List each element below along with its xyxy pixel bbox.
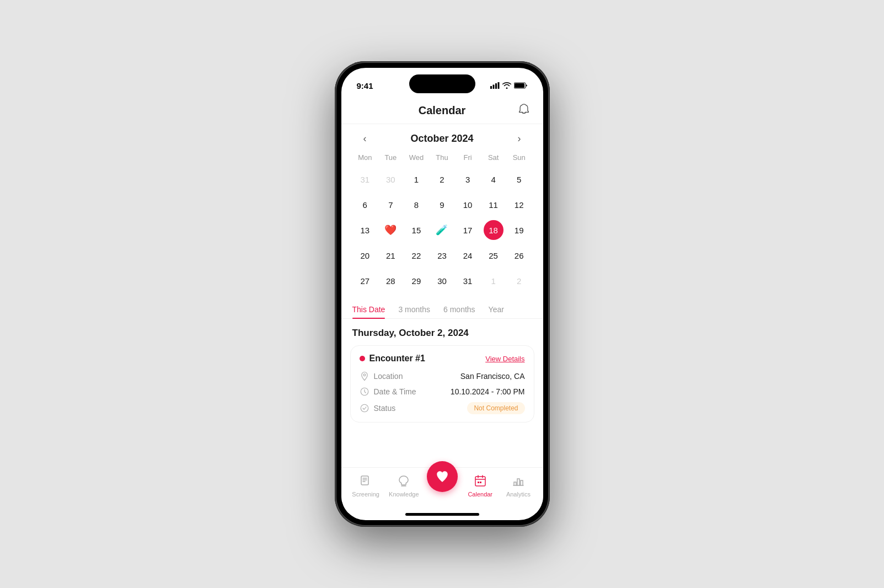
cal-day[interactable]: 10 — [455, 194, 481, 216]
flask-event-icon: 🧪 — [436, 224, 448, 236]
nav-center — [423, 461, 461, 498]
day-header-mon: Mon — [352, 151, 378, 164]
knowledge-nav-icon — [396, 473, 411, 489]
heart-nav-icon — [435, 469, 449, 484]
calendar-month-label: October 2024 — [410, 133, 473, 145]
nav-item-screening[interactable]: Screening — [347, 473, 385, 498]
cal-day[interactable]: 26 — [506, 244, 532, 266]
svg-rect-0 — [490, 86, 492, 89]
cal-day[interactable]: 1 — [404, 168, 430, 190]
cal-day[interactable]: 22 — [404, 244, 430, 266]
cal-day[interactable]: 13 — [352, 219, 378, 241]
encounter-rows: Location San Francisco, CA Date & Time — [360, 371, 525, 414]
prev-month-button[interactable]: ‹ — [357, 133, 373, 145]
day-header-tue: Tue — [378, 151, 404, 164]
calendar-grid: Mon Tue Wed Thu Fri Sat Sun 31 30 1 2 — [352, 151, 532, 292]
cal-day[interactable]: 19 — [506, 219, 532, 241]
encounter-card: Encounter #1 View Details Location — [350, 345, 534, 423]
cal-day[interactable]: 17 — [455, 219, 481, 241]
svg-rect-5 — [515, 83, 524, 88]
svg-rect-2 — [495, 83, 497, 89]
screening-icon — [359, 474, 372, 488]
analytics-nav-label: Analytics — [506, 491, 531, 498]
cal-day[interactable]: 8 — [404, 194, 430, 216]
cal-day[interactable]: 11 — [480, 194, 506, 216]
cal-day[interactable]: 9 — [429, 194, 455, 216]
knowledge-icon — [397, 474, 410, 488]
calendar-nav-icon — [473, 473, 488, 489]
encounter-title-text: Encounter #1 — [369, 354, 425, 364]
calendar-nav: ‹ October 2024 › — [352, 129, 532, 151]
cal-day[interactable]: 25 — [480, 244, 506, 266]
cal-day[interactable]: 12 — [506, 194, 532, 216]
nav-items: Screening Knowledge — [341, 473, 543, 498]
bell-icon — [518, 103, 530, 115]
selected-date-heading: Thursday, October 2, 2024 — [341, 319, 543, 345]
cal-day[interactable]: 15 — [404, 219, 430, 241]
status-icons — [490, 82, 528, 89]
cal-day[interactable]: 20 — [352, 244, 378, 266]
encounter-row-location: Location San Francisco, CA — [360, 371, 525, 381]
tab-3-months[interactable]: 3 months — [398, 301, 430, 318]
nav-item-calendar[interactable]: Calendar — [461, 473, 499, 498]
page-title: Calendar — [419, 104, 466, 117]
screen-content[interactable]: Calendar ‹ October 2024 › — [341, 95, 543, 467]
cal-day[interactable]: 21 — [378, 244, 404, 266]
svg-point-6 — [363, 374, 366, 376]
datetime-value: 10.10.2024 - 7:00 PM — [451, 387, 525, 396]
dynamic-island — [409, 74, 475, 93]
clock-icon — [360, 387, 369, 397]
cal-day[interactable]: 1 — [480, 270, 506, 292]
phone-screen: 9:41 — [341, 68, 543, 520]
cal-day[interactable]: 2 — [506, 270, 532, 292]
cal-day[interactable]: 23 — [429, 244, 455, 266]
day-header-sun: Sun — [506, 151, 532, 164]
cal-day[interactable]: 31 — [455, 270, 481, 292]
tab-6-months[interactable]: 6 months — [443, 301, 475, 318]
svg-rect-10 — [475, 477, 485, 486]
view-details-link[interactable]: View Details — [485, 355, 524, 363]
svg-rect-1 — [492, 85, 494, 89]
screening-nav-icon — [358, 473, 373, 489]
cal-day[interactable]: 30 — [378, 168, 404, 190]
nav-item-knowledge[interactable]: Knowledge — [385, 473, 423, 498]
cal-day-14[interactable]: ❤️ — [378, 219, 404, 241]
location-icon — [360, 371, 369, 381]
filter-tabs: This Date 3 months 6 months Year — [341, 292, 543, 319]
cal-day[interactable]: 24 — [455, 244, 481, 266]
header-divider — [341, 124, 543, 124]
today-indicator: 18 — [484, 220, 503, 240]
cal-day[interactable]: 6 — [352, 194, 378, 216]
bell-button[interactable] — [518, 103, 530, 118]
encounter-header: Encounter #1 View Details — [360, 354, 525, 364]
calendar-icon — [474, 474, 487, 488]
tab-this-date[interactable]: This Date — [352, 301, 385, 318]
cal-day-18-today[interactable]: 18 — [480, 219, 506, 241]
cal-day[interactable]: 3 — [455, 168, 481, 190]
tab-year[interactable]: Year — [489, 301, 504, 318]
knowledge-nav-label: Knowledge — [389, 491, 419, 498]
nav-item-analytics[interactable]: Analytics — [499, 473, 537, 498]
datetime-label: Date & Time — [360, 387, 416, 397]
cal-day[interactable]: 28 — [378, 270, 404, 292]
encounter-title: Encounter #1 — [360, 354, 425, 364]
cal-day[interactable]: 29 — [404, 270, 430, 292]
cal-day[interactable]: 30 — [429, 270, 455, 292]
cal-day-16[interactable]: 🧪 — [429, 219, 455, 241]
day-headers: Mon Tue Wed Thu Fri Sat Sun — [352, 151, 532, 164]
cal-day[interactable]: 4 — [480, 168, 506, 190]
svg-rect-3 — [497, 82, 499, 89]
cal-day[interactable]: 5 — [506, 168, 532, 190]
center-nav-button[interactable] — [427, 461, 458, 492]
cal-day[interactable]: 7 — [378, 194, 404, 216]
encounter-row-status: Status Not Completed — [360, 402, 525, 414]
next-month-button[interactable]: › — [511, 133, 528, 145]
cal-day[interactable]: 2 — [429, 168, 455, 190]
heart-event-icon: ❤️ — [384, 224, 397, 236]
svg-rect-9 — [361, 476, 368, 485]
cal-day[interactable]: 31 — [352, 168, 378, 190]
cal-day[interactable]: 27 — [352, 270, 378, 292]
svg-rect-12 — [480, 482, 481, 483]
analytics-nav-icon — [511, 473, 526, 489]
day-header-sat: Sat — [480, 151, 506, 164]
